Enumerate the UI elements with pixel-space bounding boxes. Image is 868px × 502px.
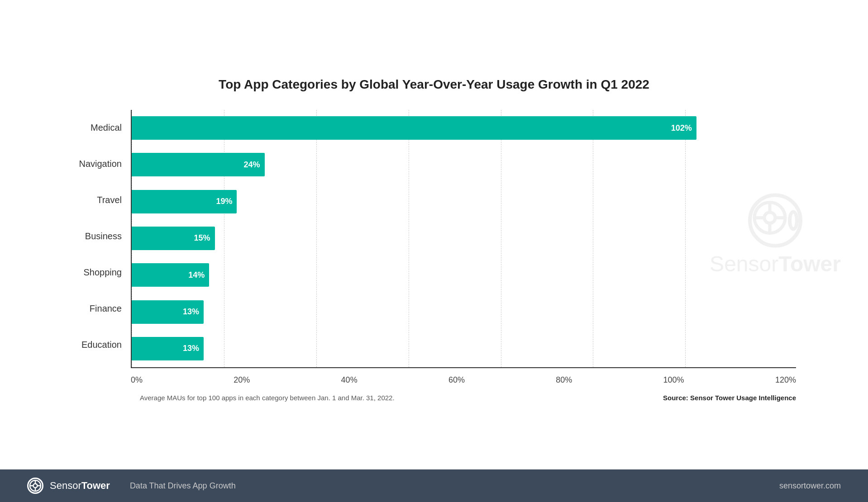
main-content: Top App Categories by Global Year-Over-Y… <box>0 0 868 469</box>
chart-body: 102%24%19%15%14%13%13% 0%20%40%60%80%100… <box>131 110 796 385</box>
bar: 19% <box>132 190 237 213</box>
y-axis-label: Travel <box>72 182 122 218</box>
footer-sensor: Sensor <box>50 480 81 492</box>
bar-value-label: 102% <box>671 123 692 133</box>
y-axis-label: Business <box>72 218 122 255</box>
bar-row: 102% <box>132 110 796 147</box>
bar-value-label: 19% <box>216 197 232 206</box>
bars-container: 102%24%19%15%14%13%13% <box>131 110 796 368</box>
x-axis-label: 60% <box>448 375 465 385</box>
svg-point-7 <box>33 484 38 488</box>
bar: 13% <box>132 300 204 324</box>
x-axis-label: 80% <box>556 375 572 385</box>
bar-value-label: 24% <box>244 160 260 170</box>
bar: 13% <box>132 337 204 360</box>
bar: 15% <box>132 227 215 250</box>
footer-tagline: Data That Drives App Growth <box>130 481 236 491</box>
bar-row: 13% <box>132 330 796 367</box>
x-axis-labels: 0%20%40%60%80%100%120% <box>131 368 796 385</box>
y-axis-label: Medical <box>72 110 122 146</box>
bar-row: 19% <box>132 183 796 220</box>
bar: 24% <box>132 153 265 176</box>
footnote-right: Source: Sensor Tower Usage Intelligence <box>663 394 796 402</box>
bar-value-label: 13% <box>183 344 199 353</box>
y-axis-label: Shopping <box>72 255 122 291</box>
x-axis-label: 20% <box>234 375 250 385</box>
y-axis-labels: MedicalNavigationTravelBusinessShoppingF… <box>72 110 131 385</box>
bar-value-label: 13% <box>183 307 199 317</box>
chart-title: Top App Categories by Global Year-Over-Y… <box>219 77 649 92</box>
bar-row: 15% <box>132 220 796 256</box>
y-axis-label: Finance <box>72 291 122 327</box>
x-axis-label: 120% <box>775 375 796 385</box>
bar-row: 24% <box>132 147 796 183</box>
bar: 102% <box>132 116 696 140</box>
footer-left: Sensor Tower Data That Drives App Growth <box>27 478 236 494</box>
footer-brand: Sensor Tower <box>50 480 110 492</box>
bar-value-label: 15% <box>194 233 210 243</box>
bar-row: 14% <box>132 257 796 294</box>
bar-value-label: 14% <box>188 270 205 280</box>
footnote-area: Average MAUs for top 100 apps in each ca… <box>72 394 796 402</box>
bar: 14% <box>132 263 209 287</box>
footer-tower: Tower <box>81 480 110 492</box>
y-axis-label: Education <box>72 327 122 363</box>
x-axis-label: 40% <box>341 375 358 385</box>
bar-row: 13% <box>132 294 796 330</box>
x-axis-label: 0% <box>131 375 143 385</box>
chart-area: MedicalNavigationTravelBusinessShoppingF… <box>72 110 796 385</box>
y-axis-label: Navigation <box>72 146 122 182</box>
footnote-left: Average MAUs for top 100 apps in each ca… <box>140 394 395 402</box>
footer-logo-icon <box>27 478 43 494</box>
x-axis-label: 100% <box>663 375 684 385</box>
footer-url: sensortower.com <box>779 481 841 491</box>
footer: Sensor Tower Data That Drives App Growth… <box>0 469 868 502</box>
